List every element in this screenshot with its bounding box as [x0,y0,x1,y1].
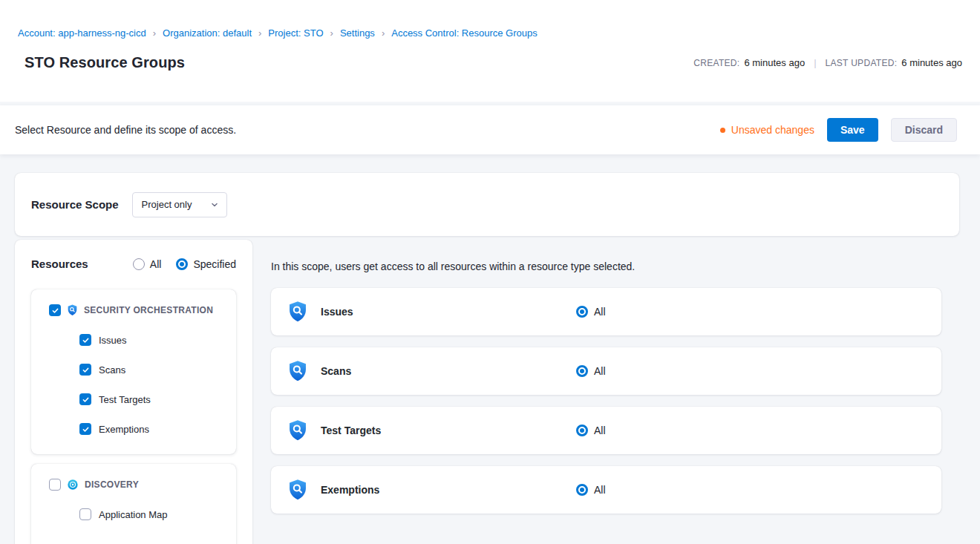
radio-icon [176,258,188,270]
page-header: Account: app-harness-ng-cicd › Organizat… [0,0,980,102]
shield-search-icon [287,301,308,323]
resource-row-exemptions: Exemptions All [271,466,941,514]
discovery-icon [67,479,79,491]
save-button[interactable]: Save [827,118,878,142]
last-updated-value: 6 minutes ago [901,57,962,68]
access-label: All [594,484,606,496]
group-label: DISCOVERY [85,479,139,490]
page: Account: app-harness-ng-cicd › Organizat… [0,0,980,544]
chevron-right-icon: › [330,28,333,39]
radio-icon [133,258,145,270]
shield-search-icon [287,479,308,501]
breadcrumb-organization[interactable]: Organization: default [163,28,252,39]
created-label: CREATED: [693,58,739,68]
check-item-exemptions[interactable]: Exemptions [49,414,226,444]
access-radio-all[interactable]: All [576,484,606,496]
check-item-label: Exemptions [99,424,149,435]
group-checkbox[interactable] [49,479,61,491]
check-item-label: Test Targets [99,394,151,405]
meta-divider: | [814,57,816,68]
unsaved-changes-label: Unsaved changes [731,124,814,136]
group-label: SECURITY ORCHESTRATION [84,305,213,315]
radio-all[interactable]: All [133,258,162,270]
checkbox[interactable] [79,364,91,376]
resource-scope-label: Resource Scope [31,198,119,211]
radio-all-label: All [150,258,162,270]
last-updated-label: LAST UPDATED: [826,58,898,68]
shield-search-icon [287,360,308,382]
radio-specified[interactable]: Specified [176,258,236,270]
check-icon [82,425,90,433]
check-item-test-targets[interactable]: Test Targets [49,384,226,414]
resource-group-security-orchestration: SECURITY ORCHESTRATION Issues [31,289,236,454]
check-item-label: Issues [99,335,127,346]
radio-icon [576,484,588,496]
chevron-down-icon [209,200,220,210]
check-icon [82,366,90,374]
access-label: All [594,425,606,436]
radio-specified-label: Specified [193,258,236,270]
resources-panel: Resources All Specified [15,240,252,544]
checkbox[interactable] [79,423,91,435]
radio-icon [576,425,588,436]
timestamps: CREATED: 6 minutes ago | LAST UPDATED: 6… [693,57,962,68]
breadcrumb-settings[interactable]: Settings [340,28,375,39]
access-radio-all[interactable]: All [576,306,606,318]
breadcrumb-account[interactable]: Account: app-harness-ng-cicd [18,28,146,39]
resource-row-test-targets: Test Targets All [271,407,941,454]
checkbox[interactable] [79,334,91,346]
check-icon [82,396,90,404]
access-label: All [594,306,606,318]
access-radio-all[interactable]: All [576,365,606,377]
access-label: All [594,365,606,377]
resource-row-issues: Issues All [271,288,941,335]
chevron-right-icon: › [258,28,261,39]
access-radio-all[interactable]: All [576,425,606,436]
breadcrumb: Account: app-harness-ng-cicd › Organizat… [18,28,962,39]
shield-search-icon [67,304,78,316]
resource-row-label: Issues [321,306,576,318]
unsaved-dot-icon [720,128,725,133]
unsaved-changes-indicator: Unsaved changes [720,124,814,136]
check-icon [82,336,90,344]
resource-scope-select[interactable]: Project only [132,192,227,217]
page-title: STO Resource Groups [24,54,185,71]
shield-search-icon [287,419,308,442]
resource-scope-selected-option: Project only [142,199,192,210]
discard-button[interactable]: Discard [891,118,957,142]
radio-icon [576,365,588,377]
group-checkbox[interactable] [49,304,61,316]
action-toolbar: Select Resource and define its scope of … [0,105,980,154]
check-icon [51,307,59,315]
toolbar-description: Select Resource and define its scope of … [15,124,236,136]
check-item-scans[interactable]: Scans [49,355,226,384]
chevron-right-icon: › [153,28,156,39]
breadcrumb-project[interactable]: Project: STO [268,28,323,39]
breadcrumb-access-control[interactable]: Access Control: Resource Groups [391,28,538,39]
check-item-issues[interactable]: Issues [49,325,226,355]
checkbox[interactable] [79,508,91,520]
resource-group-discovery: DISCOVERY Application Map [31,464,236,544]
check-item-label: Application Map [99,509,168,520]
main-content: Resource Scope Project only Resources Al… [0,154,980,544]
created-value: 6 minutes ago [744,57,805,68]
resources-filter-radios: All Specified [133,258,236,270]
checkbox[interactable] [79,393,91,405]
resources-panel-title: Resources [31,258,88,270]
chevron-right-icon: › [382,28,385,39]
scope-description: In this scope, users get access to all r… [271,261,941,272]
resource-row-scans: Scans All [271,347,941,395]
resource-scope-card: Resource Scope Project only [15,173,959,236]
resource-row-label: Scans [321,365,576,377]
check-item-label: Scans [99,364,125,376]
check-item-application-map[interactable]: Application Map [49,499,226,529]
scope-detail: In this scope, users get access to all r… [271,240,941,525]
resource-row-label: Test Targets [321,425,576,436]
radio-icon [576,306,588,318]
resource-row-label: Exemptions [321,484,576,496]
